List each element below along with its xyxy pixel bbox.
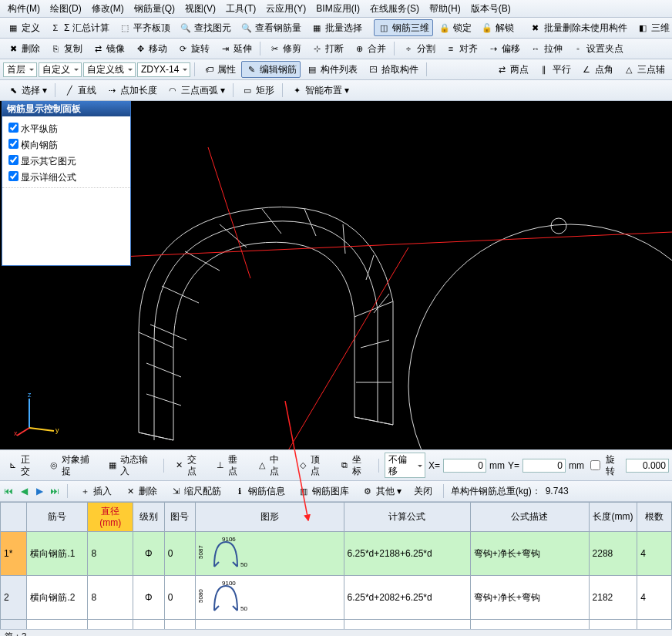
panel-option[interactable]: 水平纵筋 xyxy=(5,119,127,136)
tbtn-6[interactable]: ◫钢筋三维 xyxy=(374,19,433,36)
btn-other[interactable]: ⚙其他▾ xyxy=(358,483,405,500)
btn-lib[interactable]: ▥钢筋图库 xyxy=(294,483,353,500)
btn-close[interactable]: 关闭 xyxy=(410,483,436,499)
btn-osnap[interactable]: ◎对象捕捉 xyxy=(45,452,100,479)
btn-perp[interactable]: ⊥垂点 xyxy=(211,452,250,479)
btn-ortho[interactable]: ⊾正交 xyxy=(3,452,42,479)
panel-option[interactable]: 横向钢筋 xyxy=(5,136,127,152)
btn-dyn[interactable]: ▦动态输入 xyxy=(102,452,158,479)
btn-select[interactable]: ⬉选择▾ xyxy=(3,82,51,99)
btn-smart[interactable]: ✦智能布置▾ xyxy=(287,82,353,99)
btn-cross[interactable]: ✕交点 xyxy=(170,452,208,479)
panel-checkbox[interactable] xyxy=(8,139,18,149)
panel-option[interactable]: 显示详细公式 xyxy=(5,168,127,184)
combo-def[interactable]: 自定义 xyxy=(39,62,82,76)
panel-option[interactable]: 显示其它图元 xyxy=(5,152,127,168)
tbtn-0[interactable]: ✖删除 xyxy=(3,40,44,57)
tbtn-0[interactable]: ▦定义 xyxy=(3,19,44,36)
rebar-display-panel[interactable]: 钢筋显示控制面板 水平纵筋横向钢筋显示其它图元显示详细公式 xyxy=(2,101,131,265)
menu-item[interactable]: 构件(M) xyxy=(3,2,45,15)
menu-item[interactable]: BIM应用(I) xyxy=(311,2,365,15)
menu-item[interactable]: 绘图(D) xyxy=(45,2,86,15)
btn-parallel[interactable]: ∥平行 xyxy=(534,61,575,78)
tbtn-5[interactable]: ▦批量选择 xyxy=(307,19,366,36)
btn-length[interactable]: ⇢点加长度 xyxy=(102,82,161,99)
tbtn-7[interactable]: 🔒锁定 xyxy=(435,19,475,36)
col-header[interactable]: 级别 xyxy=(133,503,165,532)
btn-2pt[interactable]: ⇄两点 xyxy=(492,61,533,78)
panel-checkbox[interactable] xyxy=(8,171,18,181)
nav-last[interactable]: ⏭ xyxy=(49,486,60,496)
table-row[interactable]: 3水平纵筋.16Φ3450450+12.5*d净长+两倍弯钩52523 xyxy=(1,619,672,629)
combo-floor[interactable]: 首层 xyxy=(3,62,37,76)
panel-checkbox[interactable] xyxy=(8,123,18,133)
col-header[interactable]: 长度(mm) xyxy=(589,503,637,532)
menu-item[interactable]: 视图(V) xyxy=(180,2,220,15)
chk-rot[interactable] xyxy=(590,460,600,470)
menu-item[interactable]: 版本号(B) xyxy=(466,2,516,15)
tbtn-10[interactable]: ≡对齐 xyxy=(441,40,482,57)
menu-item[interactable]: 工具(T) xyxy=(221,2,260,15)
tbtn-8[interactable]: ⊕合并 xyxy=(349,40,390,57)
btn-line[interactable]: ╱直线 xyxy=(59,82,100,99)
btn-insert[interactable]: ＋插入 xyxy=(75,483,116,500)
input-x[interactable]: 0 xyxy=(443,459,486,473)
rebar-grid[interactable]: 筋号直径(mm)级别图号图形计算公式公式描述长度(mm)根数1*横向钢筋.18Φ… xyxy=(0,502,672,629)
tbtn-12[interactable]: ↔拉伸 xyxy=(526,40,566,57)
tbtn-7[interactable]: ⊹打断 xyxy=(307,40,348,57)
tbtn-11[interactable]: ⇢偏移 xyxy=(483,40,524,57)
btn-attr[interactable]: 🏷属性 xyxy=(199,61,240,78)
btn-3pt[interactable]: △三点辅 xyxy=(619,61,669,78)
combo-offset[interactable]: 不偏移 xyxy=(385,453,425,478)
col-header[interactable]: 图形 xyxy=(196,503,344,532)
tbtn-6[interactable]: ✂修剪 xyxy=(264,40,305,57)
tbtn-9[interactable]: ✖批量删除未使用构件 xyxy=(526,19,631,36)
input-y[interactable]: 0 xyxy=(522,459,566,473)
btn-delete[interactable]: ✕删除 xyxy=(120,483,161,500)
nav-first[interactable]: ⏮ xyxy=(3,486,14,496)
tbtn-4[interactable]: 🔍查看钢筋量 xyxy=(237,19,305,36)
tbtn-1[interactable]: ΣΣ 汇总计算 xyxy=(45,19,113,36)
tbtn-2[interactable]: ⇄镜像 xyxy=(88,40,129,57)
tbtn-13[interactable]: ◦设置夹点 xyxy=(568,40,627,57)
viewport-3d[interactable]: z y x 钢筋显示控制面板 水平纵筋横向钢筋显示其它图元显示详细公式 xyxy=(0,101,672,449)
tbtn-9[interactable]: ÷分割 xyxy=(398,40,439,57)
col-header[interactable]: 公式描述 xyxy=(470,503,589,532)
col-header[interactable] xyxy=(1,503,27,532)
col-header[interactable]: 计算公式 xyxy=(344,503,470,532)
table-row[interactable]: 1*横向钢筋.18Φ050879106506.25*d+2188+6.25*d弯… xyxy=(1,531,672,575)
menu-item[interactable]: 帮助(H) xyxy=(425,2,465,15)
btn-rect[interactable]: ▭矩形 xyxy=(237,82,278,99)
menu-item[interactable]: 修改(M) xyxy=(87,2,129,15)
col-header[interactable]: 筋号 xyxy=(27,503,88,532)
panel-checkbox[interactable] xyxy=(8,155,18,165)
tbtn-8[interactable]: 🔓解锁 xyxy=(477,19,518,36)
col-header[interactable]: 根数 xyxy=(637,503,672,532)
input-rot[interactable]: 0.000 xyxy=(626,459,669,473)
combo-line[interactable]: 自定义线 xyxy=(83,62,136,76)
btn-coord[interactable]: ⧉坐标 xyxy=(334,452,373,479)
table-row[interactable]: 2横向钢筋.28Φ050809100506.25*d+2082+6.25*d弯钩… xyxy=(1,575,672,619)
btn-pick[interactable]: ⮹拾取构件 xyxy=(363,61,422,78)
tbtn-10[interactable]: ◧三维 xyxy=(633,19,672,36)
tbtn-3[interactable]: 🔍查找图元 xyxy=(176,19,235,36)
col-header[interactable]: 图号 xyxy=(164,503,196,532)
menu-item[interactable]: 在线服务(S) xyxy=(365,2,424,15)
btn-scale[interactable]: ⇲缩尺配筋 xyxy=(166,483,225,500)
col-header[interactable]: 直径(mm) xyxy=(88,503,133,532)
btn-edit-rebar[interactable]: ✎编辑钢筋 xyxy=(241,61,301,78)
menu-item[interactable]: 云应用(Y) xyxy=(261,2,311,15)
btn-list[interactable]: ▤构件列表 xyxy=(302,61,361,78)
btn-arc[interactable]: ◠三点画弧▾ xyxy=(163,82,229,99)
tbtn-5[interactable]: ⇥延伸 xyxy=(215,40,256,57)
btn-vert[interactable]: ◇顶点 xyxy=(294,452,332,479)
nav-prev[interactable]: ◀ xyxy=(18,486,29,496)
tbtn-3[interactable]: ✥移动 xyxy=(130,40,171,57)
tbtn-2[interactable]: ⬚平齐板顶 xyxy=(115,19,174,36)
btn-mid[interactable]: △中点 xyxy=(252,452,291,479)
menu-item[interactable]: 钢筋量(Q) xyxy=(129,2,180,15)
tbtn-1[interactable]: ⎘复制 xyxy=(45,40,86,57)
nav-next[interactable]: ▶ xyxy=(34,486,45,496)
combo-code[interactable]: ZDYX-14 xyxy=(137,62,190,76)
btn-angle[interactable]: ∠点角 xyxy=(576,61,617,78)
